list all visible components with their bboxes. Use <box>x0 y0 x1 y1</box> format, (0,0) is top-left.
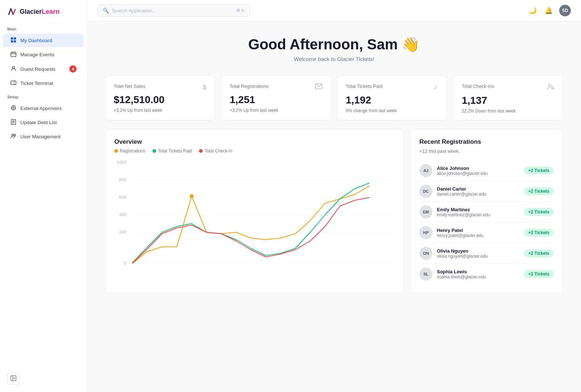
search-shortcut: ⌘ K <box>236 8 244 13</box>
sidebar-item-guest-requests[interactable]: Guest Requests 4 <box>3 62 84 76</box>
search-placeholder: Search Application... <box>112 8 233 13</box>
stat-label: Total Check-Ins <box>462 83 495 89</box>
header: 🔍 Search Application... ⌘ K 🌙 🔔 SD <box>87 0 581 21</box>
stat-label: Total Tickets Paid <box>346 83 382 89</box>
recent-reg-subtitle: +12 this past week. <box>419 148 554 154</box>
reg-ticket-badge[interactable]: +2 Tickets <box>524 208 554 216</box>
sidebar-item-manage-events[interactable]: Manage Events <box>3 48 84 61</box>
users-icon <box>10 133 17 140</box>
reg-email: olivia.nguyen@glacier.edu <box>437 254 520 259</box>
reg-ticket-badge[interactable]: +2 Tickets <box>524 270 554 278</box>
logo-text: GlacierLearn <box>20 8 60 16</box>
stat-card-check-ins: Total Check-Ins 1,137 22.2% Down from la… <box>454 75 563 121</box>
reg-avatar: SL <box>419 268 432 281</box>
svg-rect-6 <box>14 40 16 42</box>
main-content: 🔍 Search Application... ⌘ K 🌙 🔔 SD Good … <box>87 0 581 392</box>
svg-line-2 <box>13 9 15 15</box>
svg-text:800: 800 <box>119 178 126 182</box>
sidebar-item-label: Update Debt List <box>20 120 57 125</box>
stat-card-tickets-paid: Total Tickets Paid ✓ 1,192 0% change fro… <box>337 75 447 121</box>
sidebar-item-label: My Dashboard <box>20 38 52 43</box>
content-area: Good Afternoon, Sam 👋 Welcome back to Gl… <box>87 21 581 392</box>
notifications-button[interactable]: 🔔 <box>543 5 554 16</box>
svg-point-43 <box>190 194 194 198</box>
svg-text:600: 600 <box>119 195 126 199</box>
sidebar-item-label: Ticket Terminal <box>20 81 53 86</box>
reg-info: Sophia Lewis sophia.lewis@glacier.edu <box>437 269 520 279</box>
recent-registrations-panel: Recent Registrations +12 this past week.… <box>410 129 563 293</box>
reg-ticket-badge[interactable]: +2 Tickets <box>524 187 554 195</box>
stat-card-registrations: Total Registrations 1,251 +3.2% Up from … <box>222 75 331 121</box>
greeting-subtitle: Welcome back to Glacier Tickets! <box>105 56 563 62</box>
reg-avatar: DC <box>419 185 432 198</box>
reg-ticket-badge[interactable]: +2 Tickets <box>524 249 554 257</box>
sidebar-item-my-dashboard[interactable]: My Dashboard <box>3 34 84 47</box>
sidebar-item-label: User Management <box>20 134 61 139</box>
user-avatar-button[interactable]: SD <box>559 5 571 16</box>
reg-email: sophia.lewis@glacier.edu <box>437 274 520 279</box>
sidebar-collapse-button[interactable] <box>7 373 20 385</box>
user-icon <box>10 66 17 73</box>
svg-point-29 <box>552 87 554 89</box>
search-icon: 🔍 <box>103 8 109 13</box>
reg-email: daniel.carter@glacier.edu <box>437 192 520 197</box>
reg-email: henry.patel@glacier.edu <box>437 233 520 238</box>
bottom-panels: Overview Registrations Total Tickets Pai… <box>105 129 563 293</box>
legend-dot-tickets <box>153 149 156 153</box>
svg-rect-12 <box>11 81 16 85</box>
greeting-section: Good Afternoon, Sam 👋 Welcome back to Gl… <box>105 36 563 62</box>
stat-label: Totel Net Sales <box>114 83 145 89</box>
sidebar-item-update-debt-list[interactable]: Update Debt List <box>3 116 84 129</box>
stat-change: +3.2% Up from last week <box>230 108 323 113</box>
reg-info: Alice Johnson alice.johnson@glacier.edu <box>437 166 520 176</box>
svg-line-1 <box>11 9 13 15</box>
logo: GlacierLearn <box>0 0 87 23</box>
svg-rect-4 <box>14 37 16 40</box>
reg-ticket-badge[interactable]: +2 Tickets <box>524 167 554 175</box>
svg-point-28 <box>549 84 551 87</box>
debt-icon <box>10 119 17 126</box>
registration-item: DC Daniel Carter daniel.carter@glacier.e… <box>419 181 554 202</box>
stat-icon-person-search <box>547 83 554 92</box>
svg-rect-7 <box>11 52 16 57</box>
reg-name: Daniel Carter <box>437 186 520 192</box>
sidebar: GlacierLearn Main My Dashboard Manage Ev… <box>0 0 87 392</box>
dark-mode-button[interactable]: 🌙 <box>527 5 538 16</box>
chart-svg: 1000 800 600 400 200 0 <box>114 159 395 268</box>
chart-svg-container: 1000 800 600 400 200 0 <box>114 159 395 268</box>
reg-info: Olivia Nguyen olivia.nguyen@glacier.edu <box>437 248 520 259</box>
svg-line-30 <box>553 89 554 89</box>
approvers-icon <box>10 105 17 112</box>
registration-item: ON Olivia Nguyen olivia.nguyen@glacier.e… <box>419 243 554 264</box>
sidebar-item-user-management[interactable]: User Management <box>3 130 84 143</box>
reg-info: Emily Martinez emily.martinez@glacier.ed… <box>437 207 520 217</box>
search-bar[interactable]: 🔍 Search Application... ⌘ K <box>97 4 250 17</box>
sidebar-item-ticket-terminal[interactable]: Ticket Terminal <box>3 77 84 90</box>
logo-glacier: Glacier <box>20 8 42 15</box>
shortcut-key: ⌘ K <box>236 8 244 13</box>
sidebar-item-label: External Approvers <box>20 106 62 111</box>
reg-info: Henry Patel henry.patel@glacier.edu <box>437 228 520 238</box>
sidebar-item-label: Manage Events <box>20 52 54 57</box>
legend-label: Total Check-In <box>204 148 232 154</box>
stat-icon-dollar: $ <box>203 83 206 91</box>
svg-rect-3 <box>11 37 13 40</box>
reg-name: Olivia Nguyen <box>437 248 520 254</box>
main-section-label: Main <box>0 23 87 33</box>
recent-reg-title: Recent Registrations <box>419 138 554 146</box>
legend-tickets-paid: Total Tickets Paid <box>153 148 192 154</box>
sidebar-item-external-approvers[interactable]: External Approvers <box>3 102 84 115</box>
dashboard-icon <box>10 37 17 44</box>
calendar-icon <box>10 51 17 58</box>
legend-dot-checkin <box>199 149 203 153</box>
reg-email: alice.johnson@glacier.edu <box>437 171 520 176</box>
recent-registrations-list: AJ Alice Johnson alice.johnson@glacier.e… <box>419 160 554 284</box>
registration-item: AJ Alice Johnson alice.johnson@glacier.e… <box>419 160 554 181</box>
svg-point-24 <box>14 134 16 136</box>
stat-card-header: Total Tickets Paid ✓ <box>346 83 439 91</box>
reg-ticket-badge[interactable]: +2 Tickets <box>524 229 554 237</box>
legend-check-in: Total Check-In <box>199 148 232 154</box>
svg-point-14 <box>13 107 14 109</box>
overview-panel: Overview Registrations Total Tickets Pai… <box>105 129 404 293</box>
svg-rect-5 <box>11 40 13 42</box>
